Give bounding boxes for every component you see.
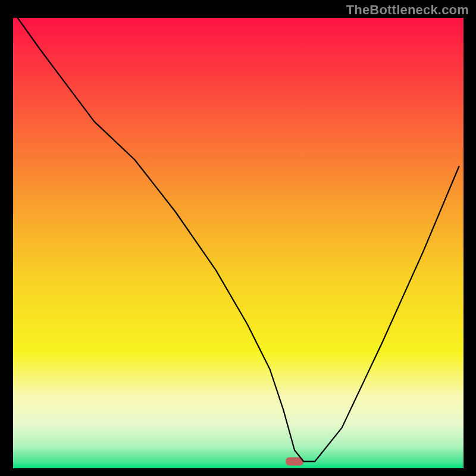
site-attribution: TheBottleneck.com <box>346 2 469 18</box>
gradient-background <box>13 18 464 468</box>
bottleneck-chart <box>13 18 464 468</box>
chart-frame: TheBottleneck.com <box>0 0 476 476</box>
